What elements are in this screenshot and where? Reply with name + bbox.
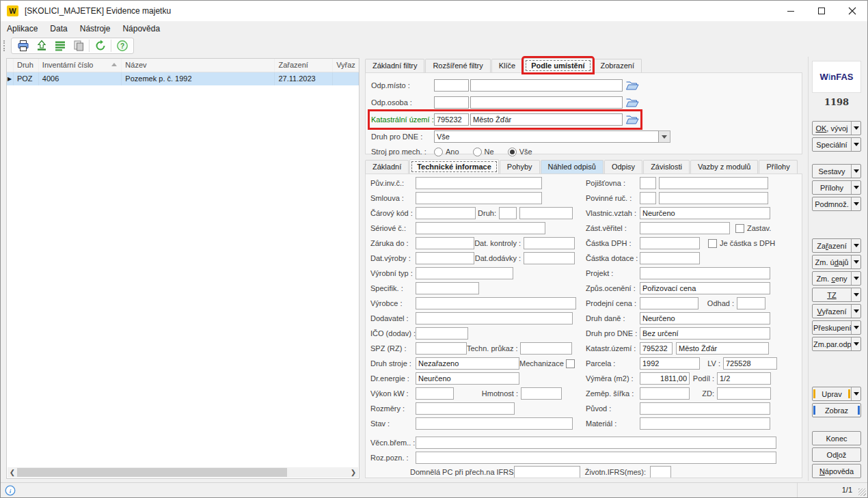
dr-energie-input[interactable]: Neurčeno bbox=[416, 372, 519, 385]
toolbar-grip[interactable] bbox=[3, 40, 8, 51]
detail-tab-nahled-odpisu[interactable]: Náhled odpisů bbox=[541, 160, 603, 174]
filter-tab-klice[interactable]: Klíče bbox=[491, 59, 523, 72]
prilohy-button[interactable]: Přílohy bbox=[812, 180, 861, 195]
odhad-input[interactable] bbox=[737, 297, 765, 309]
katastr-uzemi-code-input[interactable]: 795232 bbox=[640, 342, 673, 355]
zaruka-do-input[interactable] bbox=[416, 237, 474, 249]
odloz-button[interactable]: Odlož bbox=[812, 447, 861, 462]
filter-tab-podle-umisteni[interactable]: Podle umístění bbox=[524, 58, 592, 72]
vyrobce-input[interactable] bbox=[416, 297, 576, 309]
odp-osoba-browse-button[interactable] bbox=[625, 97, 639, 108]
ok-vyvoj-button[interactable]: OK, vývoj bbox=[812, 121, 861, 135]
filter-tab-zobrazeni[interactable]: Zobrazení bbox=[593, 59, 642, 72]
detail-tab-zakladni[interactable]: Základní bbox=[365, 160, 409, 174]
filter-tab-zakladni-filtry[interactable]: Základní filtry bbox=[365, 59, 424, 72]
rows-list-button[interactable] bbox=[51, 38, 69, 53]
stav-input[interactable] bbox=[416, 417, 573, 430]
zm-par-odp-button[interactable]: Zm.par.odp bbox=[812, 337, 861, 351]
detail-tab-technicke-informace[interactable]: Technické informace bbox=[409, 159, 499, 174]
pojistovna-name-input[interactable] bbox=[659, 177, 768, 189]
dat-vyroby-input[interactable] bbox=[416, 252, 474, 264]
detail-tab-vazby-z-modulu[interactable]: Vazby z modulů bbox=[690, 160, 758, 174]
zastav-checkbox[interactable] bbox=[735, 224, 744, 233]
zast-veritel-input[interactable] bbox=[640, 222, 730, 234]
detail-tab-odpisy[interactable]: Odpisy bbox=[604, 160, 642, 174]
menu-napoveda[interactable]: Nápověda bbox=[116, 22, 166, 36]
menu-nastroje[interactable]: Nástroje bbox=[74, 22, 117, 36]
tz-button[interactable]: TZ bbox=[812, 288, 861, 302]
druh-pro-dne-select[interactable]: Vše bbox=[434, 130, 670, 143]
copy-button[interactable] bbox=[69, 38, 87, 53]
parcela-input[interactable]: 1992 bbox=[640, 357, 700, 370]
zpus-oceneni-input[interactable]: Pořizovací cena bbox=[640, 282, 770, 294]
zemep-sirka-input[interactable] bbox=[640, 387, 690, 400]
column-header-druh[interactable]: Druh bbox=[14, 59, 39, 72]
druh-dane-input[interactable]: Neurčeno bbox=[640, 312, 770, 324]
techn-prukaz-input[interactable] bbox=[520, 342, 572, 355]
podil-input[interactable]: 1/2 bbox=[717, 372, 771, 385]
export-button[interactable] bbox=[32, 38, 51, 53]
help-button[interactable]: ? bbox=[113, 38, 131, 53]
odp-misto-name-input[interactable] bbox=[470, 79, 623, 92]
hmotnost-input[interactable] bbox=[521, 387, 562, 400]
puv-inv-c-input[interactable] bbox=[416, 177, 542, 189]
scroll-right-arrow-icon[interactable]: ❯ bbox=[349, 467, 358, 478]
sestavy-button[interactable]: Sestavy bbox=[812, 164, 861, 178]
smlouva-input[interactable] bbox=[416, 192, 542, 204]
zd-input[interactable] bbox=[717, 387, 771, 400]
druh-pro-dne-detail-input[interactable]: Bez určení bbox=[640, 327, 770, 340]
chevron-down-icon[interactable] bbox=[659, 130, 670, 143]
dropdown-arrow-icon[interactable] bbox=[851, 165, 860, 178]
radio-ano[interactable] bbox=[434, 148, 443, 156]
dropdown-arrow-icon[interactable] bbox=[851, 288, 860, 301]
dropdown-arrow-icon[interactable] bbox=[851, 305, 860, 318]
dropdown-arrow-icon[interactable] bbox=[851, 272, 860, 285]
ico-dodav-input[interactable] bbox=[416, 327, 468, 340]
close-button[interactable] bbox=[837, 1, 867, 21]
dat-dodavky-input[interactable] bbox=[524, 252, 575, 264]
maximize-button[interactable] bbox=[806, 1, 837, 21]
specifik-input[interactable] bbox=[416, 282, 479, 294]
druh-stroje-input[interactable]: Nezařazeno bbox=[416, 357, 519, 370]
dropdown-arrow-icon[interactable] bbox=[851, 181, 860, 194]
zivotn-ifrs-mes-input[interactable] bbox=[650, 466, 671, 478]
povinne-ruc-name-input[interactable] bbox=[659, 192, 768, 204]
dat-kontroly-input[interactable] bbox=[524, 237, 575, 249]
rozmery-input[interactable] bbox=[416, 402, 515, 415]
lv-input[interactable]: 725528 bbox=[723, 357, 777, 370]
horizontal-scrollbar[interactable]: ❮ ❯ bbox=[8, 467, 358, 478]
menu-data[interactable]: Data bbox=[44, 22, 73, 36]
print-button[interactable] bbox=[14, 38, 32, 53]
scroll-left-arrow-icon[interactable]: ❮ bbox=[8, 467, 17, 478]
carovy-kod-input[interactable] bbox=[416, 207, 476, 219]
katastralni-uzemi-name-input[interactable]: Město Žďár bbox=[470, 113, 623, 126]
dropdown-arrow-icon[interactable] bbox=[851, 122, 860, 135]
vlastnic-vztah-input[interactable]: Neurčeno bbox=[640, 207, 770, 219]
uprav-button[interactable]: Uprav bbox=[812, 387, 861, 401]
povinne-ruc-code-input[interactable] bbox=[640, 192, 656, 204]
dropdown-arrow-icon[interactable] bbox=[851, 321, 860, 334]
puvod-input[interactable] bbox=[640, 402, 770, 415]
castka-dotace-input[interactable] bbox=[640, 252, 700, 264]
dropdown-arrow-icon[interactable] bbox=[851, 337, 860, 350]
zobraz-button[interactable]: Zobraz bbox=[812, 403, 861, 417]
podmnoz-button[interactable]: Podmnož. bbox=[812, 197, 861, 211]
odp-osoba-code-input[interactable] bbox=[434, 96, 469, 109]
dropdown-arrow-icon[interactable] bbox=[851, 255, 860, 268]
odp-misto-browse-button[interactable] bbox=[625, 80, 639, 91]
katastralni-uzemi-browse-button[interactable] bbox=[625, 114, 639, 125]
napoveda-button[interactable]: Nápověda bbox=[812, 464, 861, 478]
detail-tab-prilohy[interactable]: Přílohy bbox=[759, 160, 797, 174]
column-header-vyraz[interactable]: Vyřaz bbox=[333, 59, 359, 72]
vyrobni-typ-input[interactable] bbox=[416, 267, 513, 279]
katastr-uzemi-name-input[interactable]: Město Žďár bbox=[676, 342, 769, 355]
filter-tab-rozsirene-filtry[interactable]: Rozšířené filtry bbox=[425, 59, 490, 72]
material-input[interactable] bbox=[640, 417, 770, 430]
preskupeni-button[interactable]: Přeskupení bbox=[812, 320, 861, 335]
spz-rz-input[interactable] bbox=[416, 342, 467, 355]
specialni-button[interactable]: Speciální bbox=[812, 137, 861, 152]
radio-ne[interactable] bbox=[473, 148, 482, 156]
mechanizace-checkbox[interactable] bbox=[566, 359, 575, 368]
menu-aplikace[interactable]: Aplikace bbox=[1, 22, 44, 36]
zm-udaju-button[interactable]: Zm. údajů bbox=[812, 255, 861, 269]
